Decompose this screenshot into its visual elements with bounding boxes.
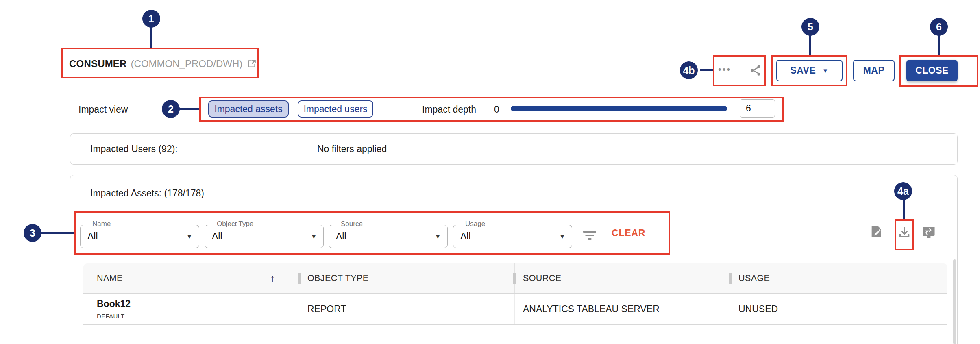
- column-header-object-type[interactable]: OBJECT TYPE: [299, 263, 514, 293]
- column-header-source-label: SOURCE: [523, 273, 561, 283]
- impacted-users-label: Impacted Users (92):: [90, 144, 178, 155]
- filter-usage-label: Usage: [462, 220, 489, 228]
- impact-view-label: Impact view: [78, 104, 128, 115]
- open-in-new-icon[interactable]: [246, 59, 257, 69]
- edit-icon[interactable]: [869, 224, 883, 239]
- callout-4b: 4b: [680, 61, 698, 79]
- asset-name: CONSUMER: [69, 58, 127, 70]
- filter-source-label: Source: [337, 220, 366, 228]
- impacted-users-status: No filters applied: [317, 144, 387, 155]
- callout-1-stem: [150, 27, 152, 48]
- filter-name-select[interactable]: Name All ▼: [80, 225, 199, 248]
- download-icon[interactable]: [897, 225, 911, 239]
- column-header-usage-label: USAGE: [738, 273, 770, 283]
- filter-source-value: All: [336, 231, 346, 242]
- filter-object-type-select[interactable]: Object Type All ▼: [205, 225, 324, 248]
- impact-depth-slider[interactable]: [511, 106, 727, 111]
- callout-5-stem: [809, 35, 811, 55]
- callout-4a-stem: [903, 199, 905, 219]
- filter-source-caret-icon: ▼: [435, 233, 441, 240]
- asset-path: (COMMON_PROD/DWH): [131, 58, 243, 70]
- filter-source-select[interactable]: Source All ▼: [329, 225, 448, 248]
- impact-depth-min: 0: [494, 104, 499, 115]
- callout-2: 2: [162, 100, 180, 118]
- impact-depth-input[interactable]: [740, 99, 775, 118]
- cell-usage: UNUSED: [730, 294, 947, 324]
- filter-usage-value: All: [460, 231, 471, 242]
- clear-filters-button[interactable]: CLEAR: [612, 228, 645, 239]
- impact-depth-label: Impact depth: [422, 104, 476, 115]
- toggle-impacted-users-label: Impacted users: [303, 104, 367, 115]
- save-dropdown-caret-icon: ▼: [822, 67, 828, 74]
- column-header-source[interactable]: SOURCE: [514, 263, 730, 293]
- impacted-assets-title: Impacted Assets: (178/178): [90, 188, 204, 199]
- filter-object-type-caret-icon: ▼: [311, 233, 317, 240]
- asset-title: CONSUMER (COMMON_PROD/DWH): [69, 58, 257, 70]
- share-icon[interactable]: [749, 63, 762, 77]
- column-header-name-label: NAME: [97, 273, 123, 283]
- callout-4b-stem: [700, 69, 713, 71]
- toggle-impacted-assets-label: Impacted assets: [214, 104, 282, 115]
- filter-usage-select[interactable]: Usage All ▼: [453, 225, 572, 248]
- row-source: ANALYTICS TABLEAU SERVER: [523, 304, 660, 315]
- sort-ascending-icon: ↑: [270, 272, 275, 284]
- callout-3-stem: [41, 232, 74, 234]
- impacted-users-panel: [70, 133, 958, 165]
- table-row[interactable]: Book12 DEFAULT REPORT ANALYTICS TABLEAU …: [83, 294, 947, 325]
- filter-object-type-value: All: [212, 231, 222, 242]
- filter-name-label: Name: [89, 220, 114, 228]
- filter-name-caret-icon: ▼: [186, 233, 192, 240]
- filter-name-value: All: [87, 231, 98, 242]
- display-settings-icon[interactable]: [921, 226, 936, 239]
- column-header-name[interactable]: NAME ↑: [83, 263, 299, 293]
- filter-list-icon: [583, 231, 597, 242]
- save-button-label: SAVE: [790, 65, 816, 76]
- more-options-icon[interactable]: •••: [718, 64, 731, 75]
- callout-6: 6: [930, 18, 948, 36]
- save-button[interactable]: SAVE ▼: [776, 60, 843, 81]
- map-button-label: MAP: [863, 65, 885, 76]
- column-header-usage[interactable]: USAGE: [730, 263, 947, 293]
- cell-name: Book12 DEFAULT: [83, 294, 299, 324]
- cell-source: ANALYTICS TABLEAU SERVER: [514, 294, 730, 324]
- filter-object-type-label: Object Type: [213, 220, 257, 228]
- column-header-object-type-label: OBJECT TYPE: [307, 273, 369, 283]
- row-usage: UNUSED: [738, 304, 778, 315]
- toggle-impacted-users[interactable]: Impacted users: [298, 100, 373, 118]
- callout-5: 5: [801, 18, 819, 36]
- filter-usage-caret-icon: ▼: [559, 233, 565, 240]
- toggle-impacted-assets[interactable]: Impacted assets: [208, 100, 289, 118]
- row-schema: DEFAULT: [97, 313, 125, 320]
- callout-6-stem: [938, 35, 940, 55]
- close-button-label: CLOSE: [915, 65, 949, 76]
- cell-object-type: REPORT: [299, 294, 514, 324]
- table-scrollbar[interactable]: [953, 259, 956, 344]
- row-name: Book12: [97, 298, 131, 309]
- assets-table-header: NAME ↑ OBJECT TYPE SOURCE USAGE: [83, 263, 947, 294]
- callout-1: 1: [142, 10, 160, 28]
- close-button[interactable]: CLOSE: [906, 60, 958, 81]
- map-button[interactable]: MAP: [853, 60, 895, 81]
- callout-3: 3: [24, 224, 41, 242]
- callout-4a: 4a: [894, 182, 912, 200]
- row-object-type: REPORT: [307, 304, 346, 315]
- callout-2-stem: [179, 108, 199, 110]
